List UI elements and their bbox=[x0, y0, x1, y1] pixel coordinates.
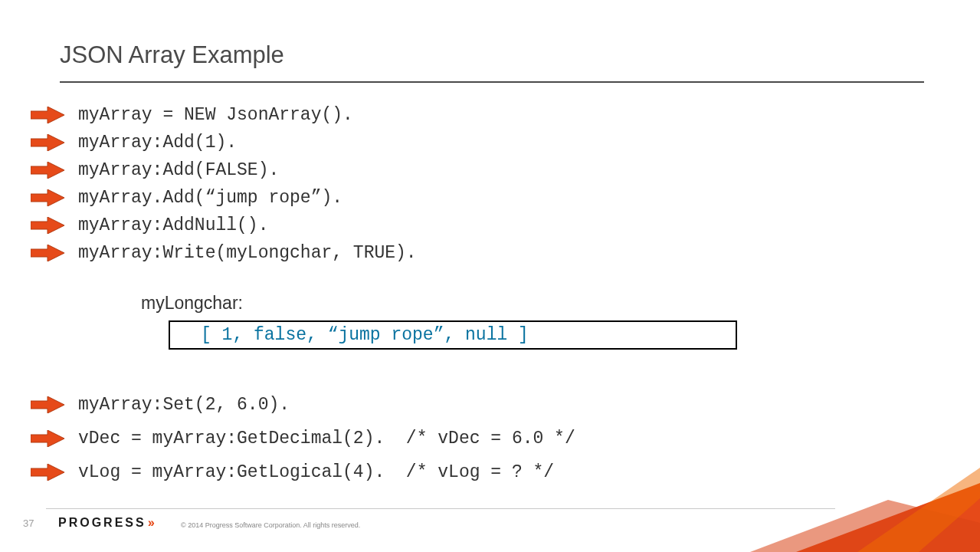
slide-title: JSON Array Example bbox=[60, 41, 284, 69]
footer-divider bbox=[46, 508, 835, 509]
svg-marker-1 bbox=[31, 134, 64, 151]
arrow-icon bbox=[31, 134, 64, 151]
svg-marker-5 bbox=[31, 245, 64, 261]
svg-marker-9 bbox=[796, 483, 980, 552]
output-box: [ 1, false, “jump rope”, null ] bbox=[169, 320, 737, 350]
copyright-text: © 2014 Progress Software Corporation. Al… bbox=[181, 521, 360, 529]
code-line: myArray:AddNull(). bbox=[78, 215, 268, 235]
output-label: myLongchar: bbox=[141, 293, 243, 314]
code-row: myArray:Write(myLongchar, TRUE). bbox=[31, 242, 417, 264]
code-line: myArray:Add(FALSE). bbox=[78, 160, 279, 180]
arrow-icon bbox=[31, 430, 64, 447]
corner-decoration bbox=[750, 468, 980, 552]
svg-marker-3 bbox=[31, 189, 64, 206]
code-row: myArray:Add(1). bbox=[31, 132, 237, 153]
code-row: myArray = NEW JsonArray(). bbox=[31, 104, 353, 126]
code-row: myArray.Add(“jump rope”). bbox=[31, 187, 343, 209]
progress-logo: PROGRESS›› bbox=[58, 515, 153, 531]
code-line: vDec = myArray:GetDecimal(2). /* vDec = … bbox=[78, 429, 575, 449]
code-row: vLog = myArray:GetLogical(4). /* vLog = … bbox=[31, 462, 554, 483]
code-row: vDec = myArray:GetDecimal(2). /* vDec = … bbox=[31, 428, 575, 449]
title-divider bbox=[60, 81, 924, 83]
svg-marker-7 bbox=[31, 430, 64, 447]
slide: JSON Array Example myArray = NEW JsonArr… bbox=[0, 0, 980, 552]
svg-marker-0 bbox=[31, 107, 64, 123]
code-row: myArray:AddNull(). bbox=[31, 215, 268, 236]
code-line: myArray = NEW JsonArray(). bbox=[78, 105, 353, 125]
code-line: myArray.Add(“jump rope”). bbox=[78, 188, 343, 208]
arrow-icon bbox=[31, 189, 64, 206]
svg-marker-6 bbox=[31, 396, 64, 413]
code-row: myArray:Set(2, 6.0). bbox=[31, 394, 290, 416]
svg-marker-4 bbox=[31, 217, 64, 234]
arrow-icon bbox=[31, 162, 64, 179]
code-line: myArray:Write(myLongchar, TRUE). bbox=[78, 243, 417, 263]
code-row: myArray:Add(FALSE). bbox=[31, 159, 279, 181]
code-line: myArray:Set(2, 6.0). bbox=[78, 395, 290, 415]
code-line: myArray:Add(1). bbox=[78, 133, 237, 153]
arrow-icon bbox=[31, 217, 64, 234]
arrow-icon bbox=[31, 245, 64, 261]
code-line: vLog = myArray:GetLogical(4). /* vLog = … bbox=[78, 462, 554, 482]
arrow-icon bbox=[31, 464, 64, 481]
page-number: 37 bbox=[23, 518, 34, 529]
svg-marker-2 bbox=[31, 162, 64, 179]
arrow-icon bbox=[31, 396, 64, 413]
arrow-icon bbox=[31, 107, 64, 123]
logo-chevron-icon: ›› bbox=[148, 515, 153, 531]
svg-marker-8 bbox=[31, 464, 64, 481]
logo-text: PROGRESS bbox=[58, 516, 146, 530]
svg-marker-11 bbox=[857, 468, 980, 552]
